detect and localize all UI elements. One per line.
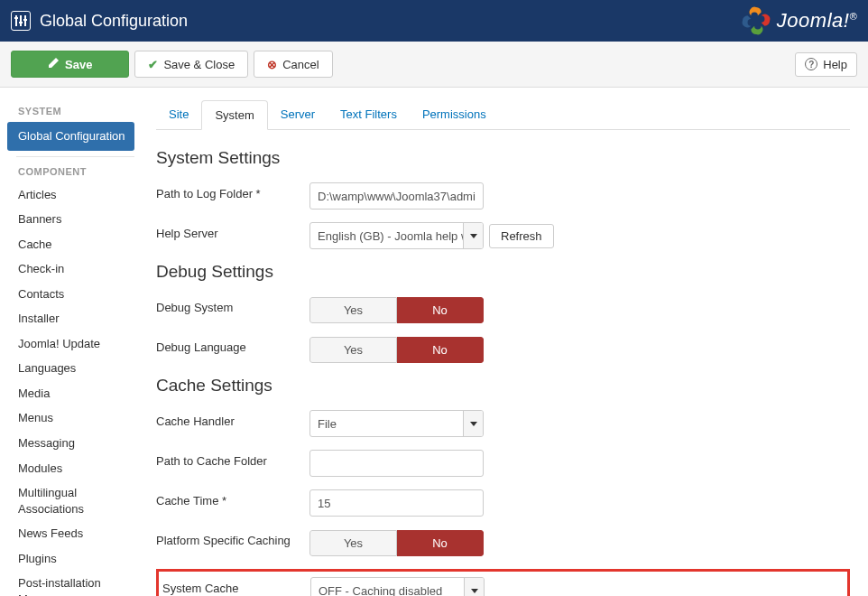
tab-server[interactable]: Server: [268, 100, 328, 129]
page-title: Global Configuration: [40, 12, 188, 31]
row-cache-handler: Cache Handler File: [156, 410, 850, 437]
row-cache-folder: Path to Cache Folder: [156, 450, 850, 477]
toolbar-left: Save ✔ Save & Close ⊗ Cancel: [11, 51, 333, 78]
check-icon: ✔: [148, 58, 158, 71]
sidebar: SYSTEM Global Configuration COMPONENT Ar…: [0, 88, 140, 596]
chevron-down-icon: [463, 223, 483, 248]
save-label: Save: [65, 58, 92, 71]
joomla-logo: Joomla!®: [741, 5, 857, 36]
row-platform-caching: Platform Specific Caching Yes No: [156, 529, 850, 556]
content: Site System Server Text Filters Permissi…: [140, 88, 868, 596]
save-close-button[interactable]: ✔ Save & Close: [134, 51, 248, 78]
help-button[interactable]: ? Help: [795, 52, 857, 77]
sidebar-item-joomla-update[interactable]: Joomla! Update: [7, 331, 140, 357]
main-wrap: SYSTEM Global Configuration COMPONENT Ar…: [0, 88, 868, 596]
toolbar: Save ✔ Save & Close ⊗ Cancel ? Help: [0, 42, 868, 88]
help-label: Help: [823, 58, 847, 71]
svg-rect-5: [23, 19, 27, 21]
input-cache-time[interactable]: [309, 489, 484, 517]
tab-system[interactable]: System: [201, 100, 267, 130]
sidebar-item-check-in[interactable]: Check-in: [7, 256, 140, 282]
select-help-server[interactable]: English (GB) - Joomla help wiki: [309, 222, 484, 249]
sidebar-item-banners[interactable]: Banners: [7, 207, 140, 232]
select-cache-handler-value: File: [310, 411, 463, 436]
toggle-platform-caching-yes[interactable]: Yes: [309, 530, 397, 556]
sidebar-item-news-feeds[interactable]: News Feeds: [7, 521, 140, 546]
sidebar-item-installer[interactable]: Installer: [7, 306, 140, 331]
row-cache-time: Cache Time *: [156, 489, 850, 517]
cancel-icon: ⊗: [267, 58, 277, 71]
select-help-server-value: English (GB) - Joomla help wiki: [310, 223, 463, 248]
toggle-platform-caching-no[interactable]: No: [397, 530, 484, 556]
sidebar-item-menus[interactable]: Menus: [7, 405, 140, 431]
toggle-debug-system-yes[interactable]: Yes: [309, 297, 397, 323]
section-title-cache-settings: Cache Settings: [156, 376, 850, 396]
svg-rect-1: [20, 15, 22, 26]
save-button[interactable]: Save: [11, 51, 129, 78]
sidebar-heading-system: SYSTEM: [7, 100, 140, 122]
joomla-logo-icon: [741, 5, 771, 36]
sidebar-item-contacts[interactable]: Contacts: [7, 282, 140, 307]
section-title-system-settings: System Settings: [156, 148, 850, 168]
toggle-debug-language: Yes No: [309, 337, 484, 363]
row-debug-language: Debug Language Yes No: [156, 336, 850, 363]
section-title-debug-settings: Debug Settings: [156, 262, 850, 282]
joomla-brand-text: Joomla!®: [777, 9, 857, 33]
sidebar-item-multilingual-associations[interactable]: Multilingual Associations: [7, 480, 140, 521]
sidebar-item-media[interactable]: Media: [7, 381, 140, 406]
select-cache-handler[interactable]: File: [309, 410, 484, 437]
save-icon: [48, 57, 60, 71]
label-cache-folder: Path to Cache Folder: [156, 450, 309, 468]
sidebar-item-global-configuration[interactable]: Global Configuration: [7, 122, 134, 151]
header-left: Global Configuration: [11, 11, 188, 31]
toggle-platform-caching: Yes No: [309, 530, 484, 556]
cancel-label: Cancel: [282, 58, 319, 71]
row-system-cache-highlighted: System Cache OFF - Caching disabled: [156, 569, 850, 596]
sliders-icon: [11, 11, 31, 31]
tab-text-filters[interactable]: Text Filters: [328, 100, 410, 129]
label-platform-caching: Platform Specific Caching: [156, 529, 309, 547]
toggle-debug-language-no[interactable]: No: [397, 337, 484, 363]
input-cache-folder[interactable]: [309, 450, 484, 477]
label-log-folder: Path to Log Folder *: [156, 182, 309, 200]
sidebar-heading-component: COMPONENT: [7, 161, 140, 182]
tabs: Site System Server Text Filters Permissi…: [156, 100, 850, 130]
toggle-debug-system: Yes No: [309, 297, 484, 323]
chevron-down-icon: [464, 578, 484, 596]
row-log-folder: Path to Log Folder *: [156, 182, 850, 210]
label-help-server: Help Server: [156, 222, 309, 240]
svg-rect-4: [19, 22, 23, 23]
label-debug-system: Debug System: [156, 296, 309, 314]
help-icon: ?: [805, 58, 817, 70]
header-bar: Global Configuration Joomla!®: [0, 0, 868, 42]
toggle-debug-language-yes[interactable]: Yes: [309, 337, 397, 363]
sidebar-item-messaging[interactable]: Messaging: [7, 431, 140, 456]
row-help-server: Help Server English (GB) - Joomla help w…: [156, 222, 850, 249]
tab-permissions[interactable]: Permissions: [410, 100, 499, 129]
row-debug-system: Debug System Yes No: [156, 296, 850, 323]
label-cache-handler: Cache Handler: [156, 410, 309, 428]
cancel-button[interactable]: ⊗ Cancel: [254, 51, 332, 78]
input-log-folder[interactable]: [309, 182, 484, 210]
label-debug-language: Debug Language: [156, 336, 309, 354]
label-cache-time: Cache Time *: [156, 489, 309, 508]
sidebar-item-articles[interactable]: Articles: [7, 182, 140, 208]
svg-rect-3: [14, 17, 18, 19]
svg-rect-0: [15, 15, 17, 26]
sidebar-item-plugins[interactable]: Plugins: [7, 546, 140, 572]
sidebar-item-cache[interactable]: Cache: [7, 232, 140, 257]
sidebar-divider: [16, 156, 134, 157]
save-close-label: Save & Close: [163, 58, 235, 71]
sidebar-item-modules[interactable]: Modules: [7, 456, 140, 481]
select-system-cache[interactable]: OFF - Caching disabled: [310, 577, 485, 596]
tab-site[interactable]: Site: [156, 100, 201, 129]
sidebar-item-post-installation-messages[interactable]: Post-installation Messages: [7, 571, 140, 596]
toggle-debug-system-no[interactable]: No: [397, 297, 484, 323]
label-system-cache: System Cache: [162, 577, 310, 595]
sidebar-item-languages[interactable]: Languages: [7, 356, 140, 381]
refresh-button[interactable]: Refresh: [489, 224, 554, 248]
select-system-cache-value: OFF - Caching disabled: [311, 578, 464, 596]
chevron-down-icon: [463, 411, 483, 436]
